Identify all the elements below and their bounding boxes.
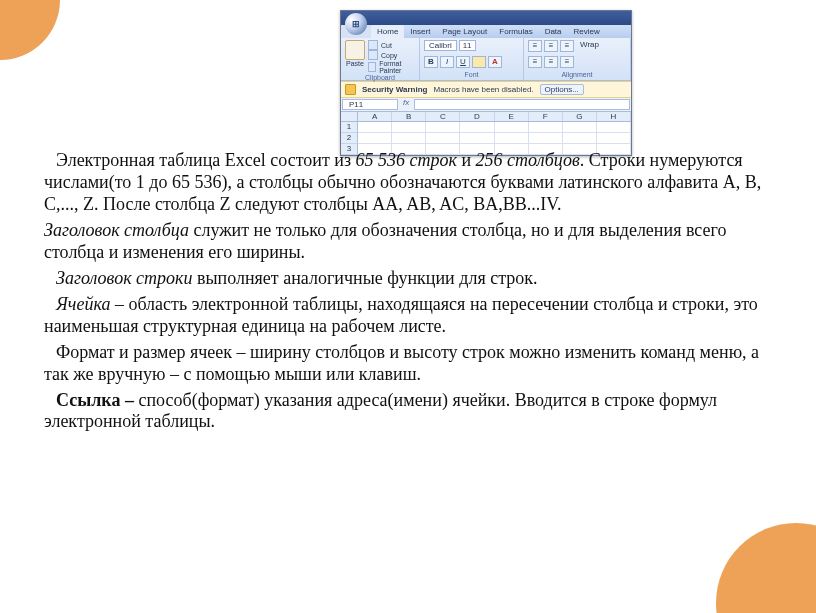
cell[interactable] xyxy=(358,122,392,133)
painter-icon[interactable] xyxy=(368,62,376,72)
cell[interactable] xyxy=(495,122,529,133)
fill-color-button[interactable] xyxy=(472,56,486,68)
copy-icon[interactable] xyxy=(368,50,378,60)
t: Электронная таблица Excel состоит из xyxy=(56,150,356,170)
col-header[interactable]: B xyxy=(392,112,426,121)
fx-icon[interactable]: fx xyxy=(399,98,413,111)
cell[interactable] xyxy=(460,122,494,133)
para-6: Ссылка – способ(формат) указания адреса(… xyxy=(44,390,766,434)
slide-text: Электронная таблица Excel состоит из 65 … xyxy=(44,150,766,437)
security-warning-bar: Security Warning Macros have been disabl… xyxy=(341,81,631,98)
tab-formulas[interactable]: Formulas xyxy=(493,25,538,38)
tab-data[interactable]: Data xyxy=(539,25,568,38)
cell[interactable] xyxy=(426,133,460,144)
cell[interactable] xyxy=(426,122,460,133)
col-header[interactable]: A xyxy=(358,112,392,121)
security-warning-title: Security Warning xyxy=(362,85,428,94)
security-warning-msg: Macros have been disabled. xyxy=(434,85,534,94)
wrap-text-button[interactable]: Wrap xyxy=(580,40,599,52)
office-orb-icon[interactable]: ⊞ xyxy=(345,13,367,35)
t: способ(формат) указания адреса(имени) яч… xyxy=(44,390,717,432)
group-clipboard: Paste Cut Copy Format Painter Clipboard xyxy=(341,38,420,80)
col-header[interactable]: D xyxy=(460,112,494,121)
align-top-icon[interactable]: ≡ xyxy=(528,40,542,52)
tab-home[interactable]: Home xyxy=(371,25,404,38)
font-size-select[interactable]: 11 xyxy=(459,40,476,51)
group-alignment: ≡ ≡ ≡ Wrap ≡ ≡ ≡ Alignment xyxy=(524,38,631,80)
align-bottom-icon[interactable]: ≡ xyxy=(560,40,574,52)
row-header[interactable]: 1 xyxy=(341,122,358,133)
cell[interactable] xyxy=(392,122,426,133)
col-header[interactable]: G xyxy=(563,112,597,121)
security-options-button[interactable]: Options... xyxy=(540,84,584,95)
para-4: Ячейка – область электронной таблицы, на… xyxy=(44,294,766,338)
para-1: Электронная таблица Excel состоит из 65 … xyxy=(44,150,766,216)
cell[interactable] xyxy=(529,133,563,144)
cell[interactable] xyxy=(495,133,529,144)
t: и xyxy=(457,150,476,170)
column-headers: A B C D E F G H xyxy=(341,112,631,122)
cell[interactable] xyxy=(392,133,426,144)
cut-icon[interactable] xyxy=(368,40,378,50)
t-bold: Ссылка – xyxy=(56,390,138,410)
tab-insert[interactable]: Insert xyxy=(404,25,436,38)
formula-bar[interactable] xyxy=(414,99,630,110)
cell[interactable] xyxy=(597,122,631,133)
ribbon: Paste Cut Copy Format Painter Clipboard … xyxy=(341,38,631,81)
italic-button[interactable]: I xyxy=(440,56,454,68)
row-header[interactable]: 2 xyxy=(341,133,358,144)
ribbon-tabs: Home Insert Page Layout Formulas Data Re… xyxy=(371,25,631,38)
col-header[interactable]: H xyxy=(597,112,631,121)
excel-screenshot: ⊞ Home Insert Page Layout Formulas Data … xyxy=(340,10,632,156)
cell[interactable] xyxy=(597,133,631,144)
cell[interactable] xyxy=(358,133,392,144)
t-em: Ячейка xyxy=(56,294,110,314)
formula-bar-row: P11 fx xyxy=(341,98,631,112)
group-clipboard-title: Clipboard xyxy=(345,74,415,81)
shield-icon xyxy=(345,84,356,95)
t: выполняет аналогичные функции для строк. xyxy=(192,268,537,288)
name-box[interactable]: P11 xyxy=(342,99,398,110)
align-middle-icon[interactable]: ≡ xyxy=(544,40,558,52)
t: – область электронной таблицы, находящая… xyxy=(44,294,758,336)
para-5: Формат и размер ячеек – ширину столбцов … xyxy=(44,342,766,386)
underline-button[interactable]: U xyxy=(456,56,470,68)
select-all-corner[interactable] xyxy=(341,112,358,121)
excel-titlebar: ⊞ xyxy=(341,11,631,25)
bold-button[interactable]: B xyxy=(424,56,438,68)
painter-label: Format Painter xyxy=(379,60,415,74)
align-right-icon[interactable]: ≡ xyxy=(560,56,574,68)
tab-pagelayout[interactable]: Page Layout xyxy=(436,25,493,38)
cell[interactable] xyxy=(460,133,494,144)
t-em: Заголовок столбца xyxy=(44,220,189,240)
col-header[interactable]: F xyxy=(529,112,563,121)
decor-corner-br xyxy=(716,523,816,613)
para-2: Заголовок столбца служит не только для о… xyxy=(44,220,766,264)
copy-label: Copy xyxy=(381,52,397,59)
decor-corner-tl xyxy=(0,0,60,60)
cell[interactable] xyxy=(529,122,563,133)
font-color-button[interactable]: A xyxy=(488,56,502,68)
t: Формат и размер ячеек – ширину столбцов … xyxy=(44,342,759,384)
group-font-title: Font xyxy=(424,71,519,78)
cut-label: Cut xyxy=(381,42,392,49)
col-header[interactable]: C xyxy=(426,112,460,121)
group-alignment-title: Alignment xyxy=(528,71,626,78)
align-center-icon[interactable]: ≡ xyxy=(544,56,558,68)
para-3: Заголовок строки выполняет аналогичные ф… xyxy=(44,268,766,290)
t-em: Заголовок строки xyxy=(56,268,192,288)
align-left-icon[interactable]: ≡ xyxy=(528,56,542,68)
paste-label: Paste xyxy=(345,60,365,67)
t-em: 65 536 строк xyxy=(356,150,457,170)
col-header[interactable]: E xyxy=(495,112,529,121)
paste-icon[interactable] xyxy=(345,40,365,60)
group-font: Calibri 11 B I U A Font xyxy=(420,38,524,80)
cell[interactable] xyxy=(563,122,597,133)
tab-review[interactable]: Review xyxy=(568,25,606,38)
t-em: 256 столбцов xyxy=(476,150,580,170)
cell[interactable] xyxy=(563,133,597,144)
font-name-select[interactable]: Calibri xyxy=(424,40,457,51)
